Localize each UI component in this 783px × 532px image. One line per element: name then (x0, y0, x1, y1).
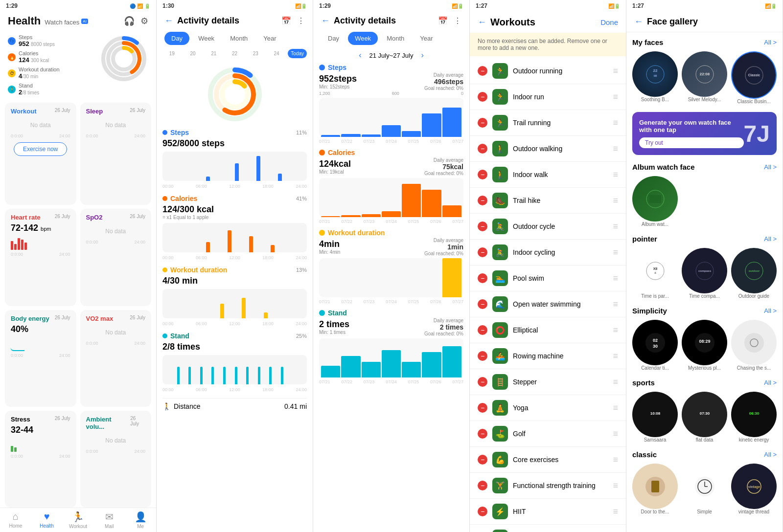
nav-home[interactable]: ⌂ Home (0, 511, 31, 529)
tab-month-p3[interactable]: Month (380, 32, 411, 45)
remove-outdoor-cycle[interactable]: − (478, 222, 487, 231)
back-icon-p4[interactable]: ← (478, 17, 486, 27)
remove-yoga[interactable]: − (478, 403, 487, 413)
face-flat[interactable]: 07:30 flat data (682, 392, 727, 443)
ambient-card[interactable]: Ambient volu... 26 July No data 0:0:0024… (80, 411, 152, 508)
back-icon-p5[interactable]: ← (634, 17, 643, 27)
date-today[interactable]: Today (288, 49, 307, 58)
classic-all[interactable]: All > (764, 451, 777, 458)
tab-week-p3[interactable]: Week (348, 32, 378, 45)
date-24[interactable]: 24 (267, 49, 286, 58)
remove-indoor-walk[interactable]: − (478, 170, 487, 179)
remove-hiit[interactable]: − (478, 507, 487, 516)
drag-handle-12[interactable]: ≡ (613, 351, 618, 361)
drag-handle-10[interactable]: ≡ (613, 299, 618, 310)
drag-handle-17[interactable]: ≡ (613, 481, 618, 491)
date-23[interactable]: 23 (246, 49, 265, 58)
drag-handle-13[interactable]: ≡ (613, 377, 618, 387)
workout-card[interactable]: Workout 26 July No data 0:0:0024:00 Exer… (5, 103, 76, 205)
remove-open-water[interactable]: − (478, 299, 487, 309)
drag-handle-9[interactable]: ≡ (613, 273, 618, 284)
drag-handle-15[interactable]: ≡ (613, 429, 618, 439)
album-all[interactable]: All > (764, 163, 777, 171)
spo2-card[interactable]: SpO2 26 July No data 0:0:0024:00 (80, 209, 152, 306)
calendar-icon-p3[interactable]: 📅 (438, 16, 448, 25)
remove-indoor-cycling[interactable]: − (478, 247, 487, 257)
drag-handle-2[interactable]: ≡ (613, 92, 618, 102)
face-pointer1[interactable]: XII·I· Time is par... (632, 248, 678, 299)
my-faces-all[interactable]: All > (764, 39, 777, 46)
remove-elliptical[interactable]: − (478, 325, 487, 335)
drag-handle-14[interactable]: ≡ (613, 403, 618, 413)
back-icon-p2[interactable]: ← (164, 16, 173, 26)
more-icon-p2[interactable]: ⋮ (297, 16, 305, 25)
remove-core[interactable]: − (478, 455, 487, 465)
exercise-now-button[interactable]: Exercise now (14, 142, 67, 156)
nav-mail[interactable]: ✉ Mail (93, 511, 125, 529)
remove-trail-running[interactable]: − (478, 118, 487, 128)
drag-handle-18[interactable]: ≡ (613, 507, 618, 517)
drag-handle-8[interactable]: ≡ (613, 247, 618, 258)
p2-distance-row[interactable]: 🚶 Distance 0.41 mi (162, 398, 307, 414)
sleep-card[interactable]: Sleep 26 July No data 0:0:0024:00 (80, 103, 152, 205)
prev-week-btn[interactable]: ‹ (359, 51, 361, 60)
tab-month[interactable]: Month (223, 32, 254, 45)
face-classic[interactable]: Classic Classic Busin... (731, 51, 777, 104)
face-soothing[interactable]: 2208 Soothing B... (632, 51, 678, 104)
tab-day[interactable]: Day (164, 32, 189, 45)
face-album[interactable]: Album wat... (632, 176, 678, 227)
tab-year-p3[interactable]: Year (413, 32, 439, 45)
remove-indoor-run[interactable]: − (478, 92, 487, 102)
face-samsara[interactable]: 10:08 Samsaara (632, 392, 678, 443)
calendar-icon-p2[interactable]: 📅 (281, 16, 291, 25)
heartrate-card[interactable]: Heart rate 26 July 72-142 bpm 0:0:0024:0… (5, 209, 76, 306)
remove-pool-swim[interactable]: − (478, 273, 487, 283)
stress-card[interactable]: Stress 26 July 32-44 0:0:0024:00 (5, 411, 76, 508)
drag-handle-3[interactable]: ≡ (613, 118, 618, 128)
settings-icon[interactable]: ⚙ (140, 16, 148, 26)
drag-handle-5[interactable]: ≡ (613, 170, 618, 180)
drag-handle-1[interactable]: ≡ (613, 66, 618, 76)
remove-outdoor-running[interactable]: − (478, 66, 487, 76)
remove-trail-hike[interactable]: − (478, 196, 487, 205)
sports-all[interactable]: All > (764, 379, 777, 386)
more-icon-p3[interactable]: ⋮ (454, 16, 461, 25)
date-22[interactable]: 22 (225, 49, 244, 58)
remove-golf[interactable]: − (478, 429, 487, 439)
remove-functional[interactable]: − (478, 481, 487, 490)
back-icon-p3[interactable]: ← (321, 16, 330, 26)
drag-handle-16[interactable]: ≡ (613, 455, 618, 465)
face-myst[interactable]: 08:29 Mysterious pl... (682, 320, 727, 371)
tab-year[interactable]: Year (256, 32, 283, 45)
face-chase[interactable]: Chasing the s... (731, 320, 777, 371)
drag-handle-7[interactable]: ≡ (613, 222, 618, 232)
face-pointer3[interactable]: outdoor Outdoor guide (731, 248, 777, 299)
remove-stepper[interactable]: − (478, 377, 487, 387)
try-out-button[interactable]: Try out (639, 137, 744, 148)
date-19[interactable]: 19 (162, 49, 182, 58)
drag-handle-4[interactable]: ≡ (613, 144, 618, 154)
face-simple[interactable]: Simple (682, 464, 727, 514)
face-silver[interactable]: 22:08 Silver Melody... (682, 51, 727, 104)
bodyenergy-card[interactable]: Body energy 26 July 40% 0:0:0024:00 (5, 310, 76, 407)
simplicity-all[interactable]: All > (764, 307, 777, 314)
nav-me[interactable]: 👤 Me (125, 511, 156, 529)
remove-rowing[interactable]: − (478, 351, 487, 361)
p1-watch-faces[interactable]: Watch faces (45, 19, 79, 26)
date-20[interactable]: 20 (184, 49, 203, 58)
remove-outdoor-walking[interactable]: − (478, 144, 487, 154)
face-door[interactable]: Door to the... (632, 464, 678, 514)
tab-week[interactable]: Week (191, 32, 221, 45)
face-pointer2[interactable]: compass Time compa... (682, 248, 727, 299)
done-button[interactable]: Done (600, 18, 618, 26)
drag-handle-6[interactable]: ≡ (613, 196, 618, 206)
nav-health[interactable]: ♥ Health (31, 511, 63, 529)
face-kinetic[interactable]: 06:30 kinetic energy (731, 392, 777, 443)
face-cal[interactable]: 0230 Calendar ti... (632, 320, 678, 371)
headphone-icon[interactable]: 🎧 (124, 16, 135, 26)
face-vintage[interactable]: vintage vintage thread (731, 464, 777, 514)
drag-handle-11[interactable]: ≡ (613, 325, 618, 335)
date-21[interactable]: 21 (204, 49, 223, 58)
vo2-card[interactable]: VO2 max 26 July No data 0:0:0024:00 (80, 310, 152, 407)
next-week-btn[interactable]: › (421, 51, 423, 60)
